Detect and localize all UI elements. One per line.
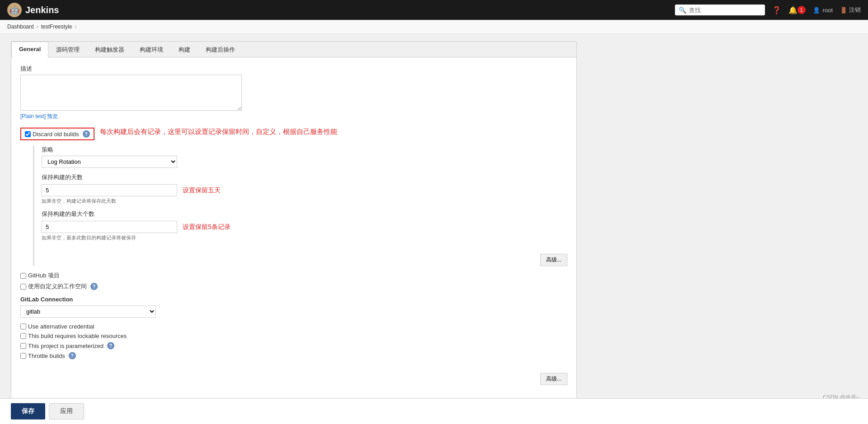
jenkins-title: Jenkins bbox=[25, 5, 59, 15]
parameterized-checkbox[interactable] bbox=[20, 343, 26, 349]
throttle-row: Throttle builds ? bbox=[20, 352, 567, 359]
username-label: root bbox=[823, 7, 833, 14]
header-left: 🤖 Jenkins bbox=[7, 3, 59, 17]
days-annotation: 设置保留五天 bbox=[183, 186, 221, 195]
gitlab-select[interactable]: gitlab bbox=[20, 305, 156, 318]
logout-icon: 🚪 bbox=[840, 7, 847, 14]
alt-credential-label: Use alternative credential bbox=[28, 323, 94, 330]
user-icon: 👤 bbox=[813, 7, 820, 14]
parameterized-help-icon[interactable]: ? bbox=[107, 342, 114, 349]
days-label: 保持构建的天数 bbox=[42, 173, 567, 181]
custom-workspace-checkbox[interactable] bbox=[20, 284, 26, 290]
inner-advanced-row: 高级... bbox=[42, 247, 567, 266]
throttle-checkbox[interactable] bbox=[20, 353, 26, 359]
desc-label: 描述 bbox=[20, 65, 567, 73]
strategy-select[interactable]: Log Rotation bbox=[42, 156, 177, 168]
form-body: 描述 [Plain text] 预览 Discard old builds ? … bbox=[11, 57, 576, 419]
search-icon: 🔍 bbox=[679, 6, 686, 14]
desc-textarea[interactable] bbox=[20, 75, 242, 111]
discard-label: Discard old builds bbox=[33, 131, 79, 138]
breadcrumb-sep2: › bbox=[75, 24, 76, 30]
notification-icon: 🔔 bbox=[788, 6, 797, 14]
save-button[interactable]: 保存 bbox=[11, 403, 45, 419]
alt-credential-checkbox[interactable] bbox=[20, 324, 26, 329]
custom-workspace-row: 使用自定义的工作空间 ? bbox=[20, 282, 567, 291]
throttle-help-icon[interactable]: ? bbox=[69, 352, 76, 359]
preview-link[interactable]: 预览 bbox=[47, 113, 58, 119]
header: 🤖 Jenkins 🔍 ❓ 🔔 1 👤 root 🚪 注销 bbox=[0, 0, 868, 20]
inner-advanced-button[interactable]: 高级... bbox=[540, 254, 567, 266]
discard-highlight-box: Discard old builds ? bbox=[20, 128, 94, 140]
breadcrumb: Dashboard › testFreestyle › bbox=[0, 20, 868, 34]
help-icon[interactable]: ❓ bbox=[772, 6, 781, 14]
tab-post-build[interactable]: 构建后操作 bbox=[198, 42, 243, 57]
discard-checkbox[interactable] bbox=[25, 131, 31, 137]
days-input[interactable] bbox=[42, 184, 177, 196]
search-box[interactable]: 🔍 bbox=[675, 5, 765, 15]
breadcrumb-sep1: › bbox=[37, 24, 38, 30]
bottom-advanced-button[interactable]: 高级... bbox=[540, 373, 567, 385]
tabs-container: General 源码管理 构建触发器 构建环境 构建 构建后操作 bbox=[11, 42, 576, 57]
lockable-row: This build requires lockable resources bbox=[20, 333, 567, 339]
notification-badge[interactable]: 1 bbox=[797, 6, 806, 14]
max-builds-section: 保持构建的最大个数 设置保留5条记录 如果非空，最多此数目的构建记录将被保存 bbox=[42, 210, 567, 241]
days-hint: 如果非空，构建记录将保存此天数 bbox=[42, 198, 567, 205]
github-checkbox[interactable] bbox=[20, 273, 26, 279]
extra-options: Use alternative credential This build re… bbox=[20, 323, 567, 359]
jenkins-logo: 🤖 Jenkins bbox=[7, 3, 59, 17]
discard-row: Discard old builds ? 每次构建后会有记录，这里可以设置记录保… bbox=[20, 128, 567, 140]
tab-build-env[interactable]: 构建环境 bbox=[132, 42, 171, 57]
max-builds-label: 保持构建的最大个数 bbox=[42, 210, 567, 218]
bottom-bar: 保存 应用 bbox=[0, 398, 868, 424]
header-user: 👤 root bbox=[813, 7, 833, 14]
alt-credential-row: Use alternative credential bbox=[20, 323, 567, 330]
parameterized-label: This project is parameterized bbox=[28, 343, 104, 349]
breadcrumb-project[interactable]: testFreestyle bbox=[41, 24, 72, 30]
custom-workspace-label: 使用自定义的工作空间 bbox=[28, 282, 87, 291]
discard-annotation: 每次构建后会有记录，这里可以设置记录保留时间，自定义，根据自己服务性能 bbox=[100, 128, 337, 136]
nested-container: 策略 Log Rotation 保持构建的天数 设置保留五天 如果非空，构建记录… bbox=[33, 146, 567, 266]
apply-button[interactable]: 应用 bbox=[49, 403, 84, 419]
form-options: GitHub 项目 使用自定义的工作空间 ? GitLab Connection… bbox=[20, 272, 567, 412]
tab-build[interactable]: 构建 bbox=[171, 42, 198, 57]
plain-text-link[interactable]: [Plain text] bbox=[20, 113, 46, 119]
main-content: General 源码管理 构建触发器 构建环境 构建 构建后操作 描述 [Pla… bbox=[0, 34, 588, 424]
tab-general[interactable]: General bbox=[11, 42, 48, 57]
plain-text-row: [Plain text] 预览 bbox=[20, 113, 567, 120]
lockable-label: This build requires lockable resources bbox=[28, 333, 127, 339]
header-logout[interactable]: 🚪 注销 bbox=[840, 6, 861, 14]
days-section: 保持构建的天数 设置保留五天 如果非空，构建记录将保存此天数 bbox=[42, 173, 567, 205]
breadcrumb-dashboard[interactable]: Dashboard bbox=[7, 24, 34, 30]
gitlab-connection-label: GitLab Connection bbox=[20, 296, 567, 303]
lockable-checkbox[interactable] bbox=[20, 333, 26, 339]
header-right: 🔍 ❓ 🔔 1 👤 root 🚪 注销 bbox=[675, 5, 861, 15]
throttle-label: Throttle builds bbox=[28, 353, 65, 359]
parameterized-row: This project is parameterized ? bbox=[20, 342, 567, 349]
strategy-label: 策略 bbox=[42, 146, 567, 154]
notification-wrapper: 🔔 1 bbox=[788, 6, 806, 14]
max-annotation: 设置保留5条记录 bbox=[183, 223, 231, 231]
max-hint: 如果非空，最多此数目的构建记录将被保存 bbox=[42, 234, 567, 241]
logout-label: 注销 bbox=[849, 6, 861, 14]
strategy-row: 策略 Log Rotation bbox=[42, 146, 567, 168]
tab-source[interactable]: 源码管理 bbox=[48, 42, 87, 57]
discard-help-icon[interactable]: ? bbox=[83, 130, 90, 138]
days-input-row: 设置保留五天 bbox=[42, 184, 567, 196]
description-section: 描述 [Plain text] 预览 bbox=[20, 65, 567, 120]
config-card: General 源码管理 构建触发器 构建环境 构建 构建后操作 描述 [Pla… bbox=[11, 41, 577, 420]
max-input-row: 设置保留5条记录 bbox=[42, 221, 567, 233]
jenkins-logo-img: 🤖 bbox=[7, 3, 22, 17]
tab-build-trigger[interactable]: 构建触发器 bbox=[87, 42, 132, 57]
custom-workspace-help-icon[interactable]: ? bbox=[90, 283, 98, 290]
search-input[interactable] bbox=[689, 7, 761, 14]
max-builds-input[interactable] bbox=[42, 221, 177, 233]
github-row: GitHub 项目 bbox=[20, 272, 567, 280]
github-label: GitHub 项目 bbox=[28, 272, 60, 280]
